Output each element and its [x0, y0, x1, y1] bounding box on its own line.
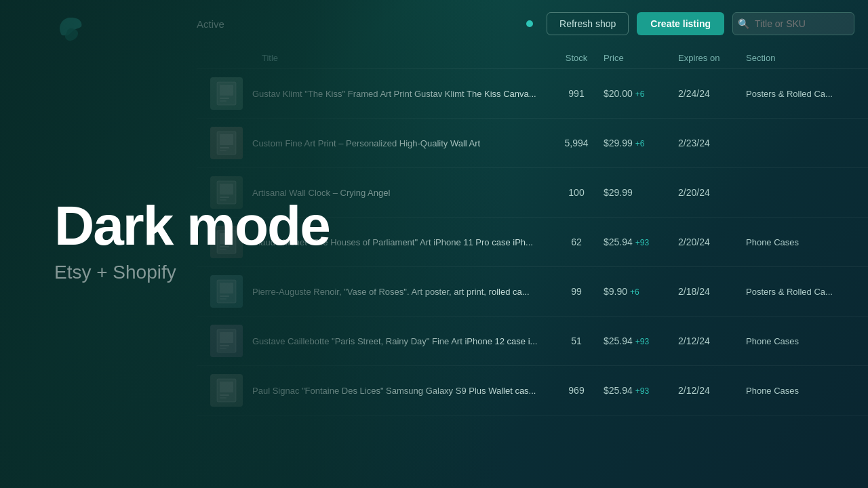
- listing-price: $9.90 +6: [604, 286, 678, 297]
- listing-stock: 991: [549, 88, 604, 99]
- listing-section: Posters & Rolled Ca...: [746, 89, 854, 99]
- search-input[interactable]: [732, 12, 854, 35]
- col-header-expires: Expires on: [678, 53, 746, 63]
- price-variants: +6: [635, 89, 645, 99]
- listing-title-wrap: Gustav Klimt "The Kiss" Framed Art Print…: [252, 89, 549, 99]
- svg-rect-19: [220, 296, 229, 297]
- listing-expires: 2/23/24: [678, 138, 746, 148]
- thumbnail-image: [216, 81, 237, 106]
- svg-rect-20: [220, 298, 226, 300]
- listing-price: $20.00 +6: [604, 88, 678, 99]
- search-icon: 🔍: [738, 18, 749, 29]
- svg-rect-23: [220, 345, 229, 346]
- create-listing-button[interactable]: Create listing: [637, 12, 724, 35]
- listing-stock: 51: [549, 336, 604, 346]
- price-variants: +6: [630, 287, 639, 297]
- table-row[interactable]: Claude Monet "The Houses of Parliament" …: [197, 218, 868, 267]
- svg-rect-16: [220, 249, 226, 250]
- thumbnail-art: [210, 127, 243, 159]
- listing-thumbnail: [210, 77, 243, 110]
- listing-thumbnail: [210, 176, 243, 209]
- status-indicator: [526, 20, 533, 27]
- svg-rect-24: [220, 348, 226, 349]
- listing-expires: 2/20/24: [678, 237, 746, 247]
- listing-expires: 2/12/24: [678, 336, 746, 346]
- price-variants: +93: [635, 386, 649, 396]
- thumbnail-image: [216, 328, 237, 354]
- table-body: Gustav Klimt "The Kiss" Framed Art Print…: [197, 69, 868, 415]
- thumbnail-image: [216, 279, 237, 304]
- listing-title: Gustave Caillebotte "Paris Street, Rainy…: [252, 336, 549, 346]
- listing-section: Phone Cases: [746, 336, 854, 346]
- thumbnail-art: [210, 325, 243, 357]
- refresh-shop-button[interactable]: Refresh shop: [547, 12, 629, 35]
- table-row[interactable]: Pierre-Auguste Renoir, "Vase of Roses". …: [197, 267, 868, 317]
- svg-rect-14: [220, 233, 233, 244]
- thumbnail-image: [216, 130, 237, 156]
- listing-thumbnail: [210, 226, 243, 258]
- listing-thumbnail: [210, 374, 243, 407]
- listing-title-wrap: Claude Monet "The Houses of Parliament" …: [252, 237, 549, 247]
- listing-title: Artisanal Wall Clock – Crying Angel: [252, 188, 549, 198]
- listing-price: $25.94 +93: [604, 385, 678, 396]
- thumbnail-art: [210, 176, 243, 209]
- table-row[interactable]: Gustav Klimt "The Kiss" Framed Art Print…: [197, 69, 868, 119]
- listing-stock: 62: [549, 237, 604, 247]
- table-row[interactable]: Gustave Caillebotte "Paris Street, Rainy…: [197, 317, 868, 366]
- listing-expires: 2/18/24: [678, 286, 746, 297]
- active-tab-label[interactable]: Active: [197, 18, 224, 30]
- svg-rect-7: [220, 147, 229, 148]
- thumbnail-art: [210, 275, 243, 308]
- svg-rect-8: [220, 150, 226, 151]
- listing-price: $29.99 +6: [604, 138, 678, 148]
- thumbnail-art: [210, 374, 243, 407]
- thumbnail-image: [216, 378, 237, 403]
- listing-thumbnail: [210, 325, 243, 357]
- svg-rect-28: [220, 397, 226, 399]
- listings-table: Title Stock Price Expires on Section Gus…: [197, 47, 868, 488]
- svg-rect-10: [220, 184, 233, 195]
- listing-expires: 2/24/24: [678, 88, 746, 99]
- listing-title: Paul Signac "Fontaine Des Lices" Samsung…: [252, 386, 549, 396]
- price-variants: +93: [635, 238, 649, 247]
- svg-rect-18: [220, 283, 233, 293]
- listing-stock: 100: [549, 187, 604, 198]
- table-row[interactable]: Artisanal Wall Clock – Crying Angel 100 …: [197, 168, 868, 218]
- listing-price: $25.94 +93: [604, 237, 678, 247]
- svg-rect-3: [220, 98, 229, 99]
- thumbnail-image: [216, 180, 237, 205]
- svg-rect-4: [220, 100, 226, 102]
- listing-expires: 2/12/24: [678, 385, 746, 396]
- svg-rect-6: [220, 134, 233, 145]
- listing-section: Posters & Rolled Ca...: [746, 287, 854, 297]
- col-header-section: Section: [746, 53, 854, 63]
- listing-title-wrap: Gustave Caillebotte "Paris Street, Rainy…: [252, 336, 549, 346]
- svg-rect-11: [220, 197, 229, 198]
- svg-rect-15: [220, 246, 229, 247]
- listing-title: Pierre-Auguste Renoir, "Vase of Roses". …: [252, 287, 549, 297]
- svg-rect-22: [220, 332, 233, 343]
- listing-title-wrap: Custom Fine Art Print – Personalized Hig…: [252, 138, 549, 148]
- col-header-price: Price: [604, 53, 678, 63]
- table-header-row: Title Stock Price Expires on Section: [197, 47, 868, 69]
- svg-rect-26: [220, 382, 233, 392]
- svg-rect-12: [220, 199, 226, 201]
- price-variants: +93: [635, 337, 649, 346]
- listing-title-wrap: Pierre-Auguste Renoir, "Vase of Roses". …: [252, 287, 549, 297]
- table-row[interactable]: Custom Fine Art Print – Personalized Hig…: [197, 119, 868, 168]
- listing-title: Custom Fine Art Print – Personalized Hig…: [252, 138, 549, 148]
- listing-stock: 969: [549, 385, 604, 396]
- price-variants: +6: [635, 139, 645, 148]
- thumbnail-art: [210, 77, 243, 110]
- listing-title-wrap: Artisanal Wall Clock – Crying Angel: [252, 188, 549, 198]
- search-wrapper: 🔍: [732, 12, 854, 35]
- table-row[interactable]: Paul Signac "Fontaine Des Lices" Samsung…: [197, 366, 868, 415]
- listing-thumbnail: [210, 127, 243, 159]
- listing-title: Gustav Klimt "The Kiss" Framed Art Print…: [252, 89, 549, 99]
- listing-stock: 99: [549, 286, 604, 297]
- svg-rect-27: [220, 394, 229, 396]
- header-bar: Active Refresh shop Create listing 🔍: [0, 0, 868, 47]
- listing-section: Phone Cases: [746, 386, 854, 396]
- listing-stock: 5,994: [549, 138, 604, 148]
- listing-thumbnail: [210, 275, 243, 308]
